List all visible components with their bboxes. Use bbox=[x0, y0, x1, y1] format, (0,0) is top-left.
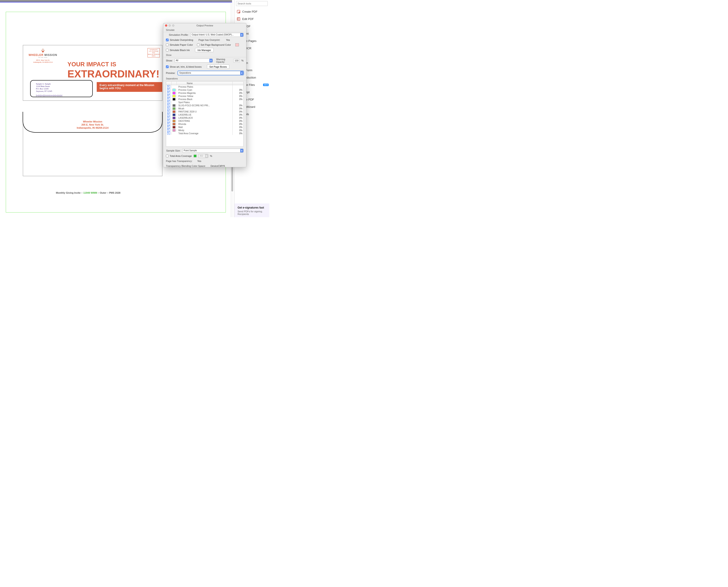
sample-size-label: Sample Size: bbox=[166, 149, 181, 152]
separations-table-header: Name bbox=[166, 81, 243, 85]
total-area-coverage-checkbox[interactable]: Total Area Coverage bbox=[166, 155, 192, 157]
plate-name: DIESTRIKE bbox=[177, 119, 233, 123]
blending-space-value: DeviceCMYK bbox=[211, 165, 225, 167]
set-page-background-checkbox[interactable]: Set Page Background Color bbox=[197, 44, 231, 46]
plate-visibility-toggle[interactable] bbox=[167, 129, 170, 132]
plate-visibility-toggle[interactable] bbox=[167, 92, 170, 94]
plate-visibility-toggle[interactable] bbox=[167, 98, 170, 100]
plate-coverage: 0% bbox=[233, 123, 243, 125]
plate-visibility-toggle[interactable] bbox=[167, 107, 170, 110]
plate-visibility-toggle[interactable] bbox=[167, 113, 170, 116]
plate-swatch bbox=[172, 126, 175, 128]
separation-row[interactable]: Process Plates bbox=[166, 85, 243, 88]
wheeler-logo-icon bbox=[40, 48, 45, 53]
simulate-black-ink-checkbox[interactable]: Simulate Black Ink bbox=[166, 49, 190, 51]
plate-coverage: 0% bbox=[233, 114, 243, 116]
show-art-trim-bleed-checkbox[interactable]: Show art, trim, & bleed boxes bbox=[166, 66, 202, 68]
tool-icon bbox=[237, 10, 240, 14]
separation-row[interactable]: Rhonda0% bbox=[166, 122, 243, 125]
plate-visibility-toggle[interactable] bbox=[167, 120, 170, 122]
svg-rect-4 bbox=[238, 19, 238, 20]
window-title: Output Preview bbox=[163, 23, 246, 27]
svg-rect-2 bbox=[237, 18, 240, 20]
separation-row[interactable]: Process Cyan0% bbox=[166, 88, 243, 91]
plate-coverage: 0% bbox=[233, 98, 243, 100]
promo-title: Get e-signatures fast bbox=[238, 206, 267, 209]
window-titlebar[interactable]: Output Preview bbox=[163, 23, 246, 28]
show-select[interactable]: All bbox=[174, 58, 213, 63]
set-page-boxes-button[interactable]: Set Page Boxes bbox=[207, 65, 229, 69]
plate-visibility-toggle[interactable] bbox=[167, 132, 170, 135]
reply-address: Wheeler Mission 205 E. New York St. Indi… bbox=[23, 120, 162, 129]
svg-rect-3 bbox=[238, 18, 238, 19]
tac-threshold-select: 302 bbox=[198, 154, 208, 158]
plate-visibility-toggle[interactable] bbox=[167, 101, 170, 103]
plate-name: Spot Plates bbox=[177, 101, 233, 104]
simulate-overprinting-checkbox[interactable]: Simulate Overprinting bbox=[166, 39, 193, 41]
tool-label: Edit PDF bbox=[242, 17, 254, 21]
plate-name: Micah bbox=[177, 107, 233, 110]
plate-visibility-toggle[interactable] bbox=[167, 123, 170, 125]
separation-row[interactable]: Micah0% bbox=[166, 107, 243, 110]
plate-name: Mindy bbox=[177, 129, 233, 132]
separation-row[interactable]: Matt0% bbox=[166, 125, 243, 129]
plate-coverage: 0% bbox=[233, 132, 243, 135]
plate-visibility-toggle[interactable] bbox=[167, 110, 170, 113]
return-addr-line2: Indianapolis, IN 46204-2114 bbox=[33, 62, 53, 63]
separation-row[interactable]: Spot Plates bbox=[166, 101, 243, 104]
plate-visibility-toggle[interactable] bbox=[167, 86, 170, 88]
tool-item[interactable]: Edit PDF bbox=[234, 15, 269, 23]
sample-size-select[interactable]: Point Sample bbox=[182, 149, 243, 152]
plate-swatch bbox=[172, 104, 175, 107]
headline: YOUR IMPACT IS EXTRAORDINARY! bbox=[67, 61, 160, 80]
separation-row[interactable]: Process Yellow0% bbox=[166, 94, 243, 98]
address-window: Sample A. Sample 1234 Main Street P.O. B… bbox=[30, 80, 93, 97]
separation-row[interactable]: SLUG-FOLD-SCORE-NO PRI...0% bbox=[166, 104, 243, 107]
plate-swatch bbox=[172, 117, 175, 119]
plate-coverage: 0% bbox=[233, 108, 243, 110]
ink-manager-button[interactable]: Ink Manager bbox=[195, 48, 213, 52]
brand-first: WHEELER bbox=[29, 53, 44, 56]
simulation-profile-select[interactable]: Output Intent: U.S. Web Coated (SWOP)... bbox=[190, 33, 243, 37]
plate-visibility-toggle[interactable] bbox=[167, 95, 170, 97]
separation-row[interactable]: LASERBLACK0% bbox=[166, 116, 243, 119]
separation-row[interactable]: PANTONE 2028 U0% bbox=[166, 110, 243, 113]
warning-opacity-input[interactable]: 100 bbox=[233, 59, 239, 63]
plate-swatch bbox=[172, 129, 175, 132]
plate-coverage: 0% bbox=[233, 117, 243, 119]
plate-visibility-toggle[interactable] bbox=[167, 126, 170, 128]
window-zoom-button bbox=[172, 24, 174, 27]
brand-tagline: faith. hope. healing. bbox=[29, 57, 57, 58]
plate-visibility-toggle[interactable] bbox=[167, 104, 170, 107]
tool-item[interactable]: Create PDF bbox=[234, 8, 269, 15]
separation-row[interactable]: Process Black0% bbox=[166, 98, 243, 101]
select-arrows-icon bbox=[240, 33, 243, 37]
preview-select[interactable]: Separations bbox=[178, 71, 243, 75]
output-preview-window[interactable]: Output Preview Simulate Simulation Profi… bbox=[163, 23, 246, 167]
separation-row[interactable]: Mindy0% bbox=[166, 129, 243, 132]
promo-body: Send PDFs for signing. Recipients bbox=[238, 210, 267, 215]
plate-visibility-toggle[interactable] bbox=[167, 116, 170, 119]
tool-icon bbox=[237, 17, 240, 21]
search-tools-input[interactable] bbox=[236, 1, 268, 6]
plate-name: LASERBLACK bbox=[177, 116, 233, 120]
plate-coverage: 0% bbox=[233, 92, 243, 94]
separations-section-label: Separations bbox=[163, 76, 246, 80]
plate-swatch bbox=[172, 98, 175, 100]
name-column-header[interactable]: Name bbox=[177, 81, 233, 85]
separation-row[interactable]: DIESTRIKE0% bbox=[166, 119, 243, 122]
new-badge: NEW bbox=[263, 84, 268, 86]
separation-row[interactable]: LASERBLUE0% bbox=[166, 113, 243, 116]
page-background-swatch[interactable] bbox=[235, 43, 239, 46]
slug-caption: Monthly Giving Invite – 11949 WMM – Oute… bbox=[56, 191, 120, 194]
plate-swatch bbox=[172, 114, 175, 116]
plate-name: Process Black bbox=[177, 98, 233, 101]
separation-row[interactable]: Process Magenta0% bbox=[166, 91, 243, 94]
window-close-button[interactable] bbox=[165, 24, 167, 27]
plate-name: Process Magenta bbox=[177, 91, 233, 95]
show-section-label: Show bbox=[163, 53, 246, 57]
plate-visibility-toggle[interactable] bbox=[167, 89, 170, 91]
postal-indicia: NONPROFIT U.S. POSTAGE PAID RESCUE MISSI… bbox=[147, 48, 160, 57]
simulate-paper-color-checkbox[interactable]: Simulate Paper Color bbox=[166, 44, 193, 46]
separation-row[interactable]: Total Area Coverage0% bbox=[166, 132, 243, 135]
